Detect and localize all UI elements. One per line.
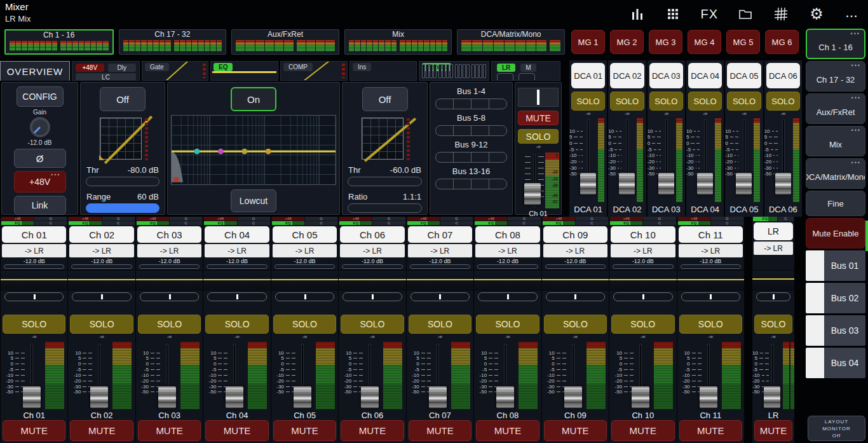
- channel-fader-cap[interactable]: [90, 386, 108, 408]
- channel-fader-cap[interactable]: [496, 386, 514, 408]
- channel-route-button[interactable]: -> LR: [340, 244, 404, 257]
- bridge-tab-mix[interactable]: Mix: [344, 29, 452, 55]
- main-pan[interactable]: [518, 88, 559, 107]
- channel-pan[interactable]: [342, 292, 402, 301]
- eq-band-1[interactable]: [194, 149, 200, 154]
- sidebar-mute-enable-button[interactable]: Mute Enable: [806, 218, 865, 249]
- dca-solo-button[interactable]: SOLO: [571, 92, 605, 111]
- sidebar-layer-mix[interactable]: •••Mix: [806, 126, 865, 156]
- channel-name-button[interactable]: Ch 09: [543, 226, 607, 243]
- channel-solo-button[interactable]: SOLO: [476, 315, 539, 334]
- sidebar-layer-dca-matrix-mono[interactable]: •••DCA/Matrix/Mono: [806, 158, 865, 189]
- apps-grid-icon[interactable]: [665, 6, 681, 22]
- channel-fader-cap[interactable]: [226, 386, 243, 408]
- layout-monitor-button[interactable]: LAYOUT MONITOR Off: [808, 416, 865, 441]
- sidebar-layer-ch-1-16[interactable]: •••Ch 1 - 16: [806, 29, 865, 59]
- dca-fader-cap[interactable]: [658, 173, 674, 194]
- channel-eq-thumbnail[interactable]: [474, 270, 541, 290]
- comp-state-button[interactable]: Off: [362, 87, 408, 111]
- bus-tab-bus-03[interactable]: Bus 03: [806, 315, 865, 346]
- mute-group-button-mg-4[interactable]: MG 4: [688, 30, 721, 54]
- comp-thr-slider[interactable]: [348, 177, 422, 186]
- sends-group-meter[interactable]: [435, 99, 507, 109]
- channel-solo-button[interactable]: SOLO: [679, 315, 742, 334]
- channel-solo-button[interactable]: SOLO: [611, 315, 674, 334]
- channel-gain-slider[interactable]: [681, 264, 741, 269]
- channel-fader-cap[interactable]: [429, 386, 447, 408]
- channel-mute-button[interactable]: MUTE: [341, 420, 403, 441]
- channel-fader-cap[interactable]: [632, 386, 649, 408]
- dca-solo-button[interactable]: SOLO: [766, 92, 800, 111]
- channel-fader[interactable]: 1050-5-10-20-30-50: [407, 340, 473, 411]
- mini-comp-section[interactable]: COMP: [280, 61, 348, 81]
- channel-eq-thumbnail[interactable]: [677, 270, 744, 290]
- channel-fader-cap[interactable]: [700, 386, 717, 408]
- gate-graph[interactable]: [100, 118, 142, 160]
- channel-eq-thumbnail[interactable]: [407, 270, 473, 290]
- channel-eq-thumbnail[interactable]: [203, 270, 270, 290]
- channel-mute-button[interactable]: MUTE: [205, 420, 268, 441]
- dca-fader-cap[interactable]: [736, 173, 752, 194]
- channel-solo-button[interactable]: SOLO: [409, 315, 471, 334]
- mute-group-button-mg-5[interactable]: MG 5: [726, 30, 760, 54]
- channel-fader[interactable]: 1050-5-10-20-30-50: [542, 340, 609, 411]
- bus-tab-bus-04[interactable]: Bus 04: [806, 348, 865, 378]
- channel-name-button[interactable]: Ch 11: [679, 226, 743, 243]
- channel-eq-thumbnail[interactable]: [136, 270, 203, 290]
- channel-route-button[interactable]: -> LR: [475, 244, 539, 257]
- channel-solo-button[interactable]: SOLO: [273, 315, 336, 334]
- sends-group-meter[interactable]: [435, 179, 507, 189]
- eq-band-3[interactable]: [241, 149, 247, 154]
- dca-name-button[interactable]: DCA 01: [571, 63, 605, 88]
- comp-ratio-slider[interactable]: [348, 203, 422, 213]
- comp-graph[interactable]: [362, 118, 403, 160]
- channel-mute-button[interactable]: MUTE: [3, 420, 65, 441]
- dca-name-button[interactable]: DCA 03: [649, 63, 683, 88]
- dca-name-button[interactable]: DCA 05: [727, 63, 761, 88]
- link-button[interactable]: Link: [14, 196, 66, 215]
- lr-route-button[interactable]: -> LR: [754, 242, 793, 255]
- channel-route-button[interactable]: -> LR: [137, 244, 201, 257]
- channel-gain-slider[interactable]: [410, 264, 470, 269]
- channel-gain-slider[interactable]: [613, 264, 673, 269]
- lowcut-button[interactable]: Lowcut: [231, 189, 276, 212]
- mute-group-button-mg-1[interactable]: MG 1: [571, 30, 605, 54]
- eq-band-2[interactable]: [218, 149, 224, 154]
- channel-solo-button[interactable]: SOLO: [205, 315, 268, 334]
- channel-fader[interactable]: 1050-5-10-20-30-50: [203, 340, 270, 411]
- channel-mute-button[interactable]: MUTE: [70, 420, 133, 441]
- channel-solo-button[interactable]: SOLO: [544, 315, 607, 334]
- channel-solo-button[interactable]: SOLO: [138, 315, 201, 334]
- channel-gain-slider[interactable]: [4, 264, 64, 269]
- channel-fader-cap[interactable]: [294, 386, 311, 408]
- sends-group-meter[interactable]: [435, 125, 507, 136]
- channel-name-button[interactable]: Ch 06: [340, 226, 404, 243]
- eq-band-4[interactable]: [266, 149, 271, 154]
- sidebar-fine-button[interactable]: Fine: [806, 191, 865, 216]
- dca-solo-button[interactable]: SOLO: [688, 92, 722, 111]
- channel-name-button[interactable]: Ch 07: [408, 226, 472, 243]
- lr-eq-thumbnail[interactable]: [752, 270, 794, 290]
- routing-grid-icon[interactable]: [773, 6, 789, 22]
- channel-gain-slider[interactable]: [342, 264, 402, 269]
- channel-eq-thumbnail[interactable]: [68, 270, 135, 290]
- mini-eq-section[interactable]: EQ: [210, 61, 278, 81]
- channel-mute-button[interactable]: MUTE: [476, 420, 539, 441]
- channel-fader-cap[interactable]: [564, 386, 582, 408]
- channel-pan[interactable]: [140, 292, 199, 301]
- channel-route-button[interactable]: -> LR: [273, 244, 337, 257]
- channel-gain-slider[interactable]: [207, 264, 267, 269]
- channel-pan[interactable]: [207, 292, 266, 301]
- channel-fader-cap[interactable]: [361, 386, 379, 408]
- channel-name-button[interactable]: Ch 08: [475, 226, 539, 243]
- channel-gain-slider[interactable]: [71, 264, 132, 269]
- mute-group-button-mg-2[interactable]: MG 2: [610, 30, 644, 54]
- lr-fader[interactable]: 1050-5-10-20-30-50: [752, 340, 794, 411]
- lr-fader-cap[interactable]: [764, 386, 780, 408]
- dca-name-button[interactable]: DCA 06: [766, 63, 800, 88]
- mini-insert-section[interactable]: Ins: [349, 61, 417, 81]
- main-solo-button[interactable]: SOLO: [518, 129, 559, 144]
- dca-fader-cap[interactable]: [580, 173, 596, 194]
- eq-graph[interactable]: [171, 115, 336, 185]
- channel-route-button[interactable]: -> LR: [679, 244, 743, 257]
